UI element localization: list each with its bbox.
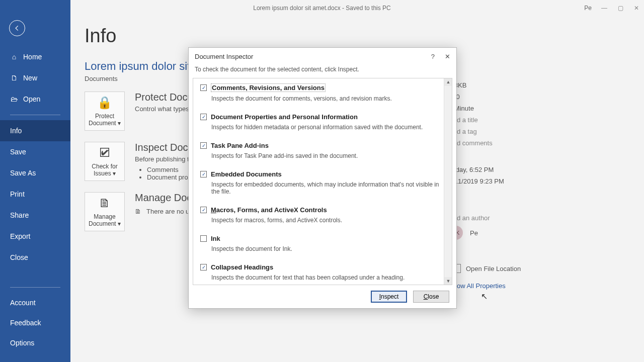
scroll-up-icon[interactable]: ▲: [444, 78, 452, 86]
inspector-item-label[interactable]: Macros, Forms, and ActiveX Controls: [211, 206, 327, 214]
scroll-down-icon[interactable]: ▼: [444, 277, 452, 285]
inspector-item-desc: Inspects the document for text that has …: [211, 274, 445, 281]
dialog-instruction: To check the document for the selected c…: [189, 65, 456, 78]
checkbox[interactable]: ✓: [200, 264, 207, 270]
inspector-item-label[interactable]: Document Properties and Personal Informa…: [211, 113, 358, 121]
scrollbar[interactable]: ▲ ▼: [444, 78, 452, 285]
inspect-button[interactable]: Inspect: [371, 291, 407, 303]
checkbox[interactable]: ✓: [200, 114, 207, 120]
inspector-item: ✓Task Pane Add-insInspects for Task Pane…: [193, 137, 452, 165]
inspector-item-desc: Inspects for macros, forms, and ActiveX …: [211, 217, 445, 224]
inspector-item-label[interactable]: Ink: [211, 235, 220, 242]
checkbox[interactable]: [200, 235, 207, 242]
inspector-item: ✓Comments, Revisions, and VersionsInspec…: [193, 78, 452, 108]
inspector-item-desc: Inspects the document for Ink.: [211, 245, 445, 252]
inspector-item: ✓Collapsed HeadingsInspects the document…: [193, 258, 452, 285]
checkbox[interactable]: ✓: [200, 84, 207, 91]
document-inspector-dialog: Document Inspector ? ✕ To check the docu…: [188, 47, 457, 309]
inspector-item-label[interactable]: Embedded Documents: [211, 170, 282, 178]
inspector-list: ✓Comments, Revisions, and VersionsInspec…: [193, 78, 452, 285]
inspector-item: InkInspects the document for Ink.: [193, 230, 452, 258]
inspector-item: ✓Document Properties and Personal Inform…: [193, 108, 452, 137]
inspector-item-label[interactable]: Comments, Revisions, and Versions: [211, 83, 326, 92]
modal-overlay: Document Inspector ? ✕ To check the docu…: [0, 0, 644, 362]
inspector-item-desc: Inspects for Task Pane add-ins saved in …: [211, 152, 445, 159]
inspector-item-label[interactable]: Task Pane Add-ins: [211, 142, 269, 149]
close-button[interactable]: Close: [413, 291, 449, 303]
inspector-item: ✓Macros, Forms, and ActiveX ControlsInsp…: [193, 201, 452, 230]
checkbox[interactable]: ✓: [200, 142, 207, 149]
inspector-item-desc: Inspects the document for comments, vers…: [211, 95, 445, 102]
inspector-item: ✓Embedded DocumentsInspects for embedded…: [193, 165, 452, 201]
dialog-title: Document Inspector: [195, 53, 253, 60]
checkbox[interactable]: ✓: [200, 171, 207, 177]
inspector-item-label[interactable]: Collapsed Headings: [211, 263, 273, 271]
checkbox[interactable]: ✓: [200, 207, 207, 213]
inspector-item-desc: Inspects for embedded documents, which m…: [211, 181, 445, 195]
inspector-item-desc: Inspects for hidden metadata or personal…: [211, 124, 445, 131]
help-icon[interactable]: ?: [431, 53, 435, 60]
close-icon[interactable]: ✕: [445, 53, 450, 60]
